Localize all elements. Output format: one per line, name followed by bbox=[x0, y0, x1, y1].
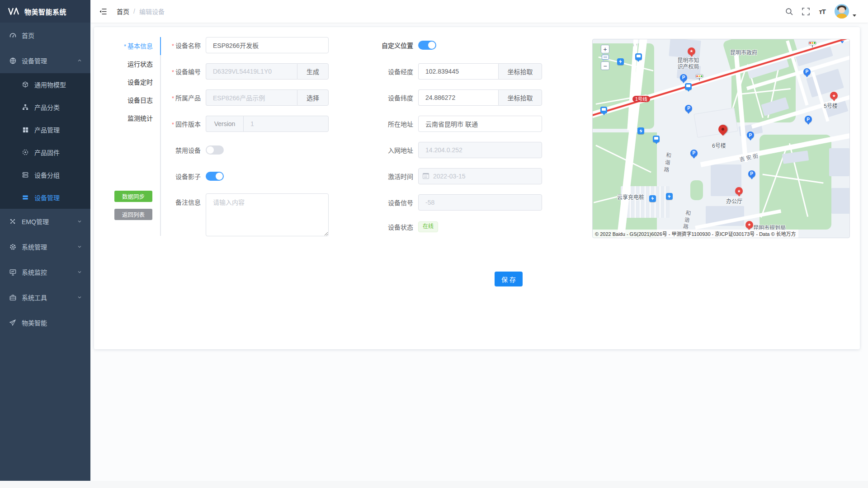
fullscreen-icon[interactable] bbox=[802, 8, 810, 15]
sidebar-item-device-group[interactable]: 设备分组 bbox=[0, 164, 90, 186]
chevron-down-icon bbox=[77, 219, 82, 224]
avatar-face bbox=[839, 7, 845, 13]
field-signal: 设备信号 bbox=[307, 194, 542, 211]
sidebar-item-system-tools[interactable]: 系统工具 bbox=[0, 285, 90, 310]
field-label: 入网地址 bbox=[307, 145, 418, 155]
breadcrumb-current: 编辑设备 bbox=[139, 7, 165, 16]
map-copyright: © 2022 Baidu - GS(2021)6026号 - 甲测资字11009… bbox=[593, 230, 798, 238]
sidebar-item-system-monitor[interactable]: 系统监控 bbox=[0, 259, 90, 285]
sidebar-item-label: 设备分组 bbox=[34, 170, 60, 179]
zoom-in-button[interactable]: + bbox=[601, 45, 609, 53]
field-address: 所在地址 bbox=[307, 116, 542, 132]
address-input[interactable] bbox=[418, 116, 542, 132]
avatar[interactable] bbox=[835, 4, 849, 19]
field-label: 设备纬度 bbox=[307, 93, 418, 102]
sidebar-item-label: 产品管理 bbox=[34, 125, 60, 134]
baidu-map[interactable]: 1号线 ↓ ↑ P P bbox=[592, 39, 850, 238]
parking-icon: P bbox=[680, 74, 687, 81]
field-product: *所属产品 选择 bbox=[94, 89, 329, 106]
field-custom-location: 自定义位置 bbox=[307, 37, 436, 53]
bus-stop-icon bbox=[685, 83, 692, 90]
sidebar-item-device-mgmt-sub[interactable]: 设备管理 bbox=[0, 186, 90, 209]
sidebar-item-thing-model[interactable]: 通用物模型 bbox=[0, 73, 90, 96]
field-ip: 入网地址 bbox=[307, 142, 542, 158]
field-label: 设备经度 bbox=[307, 67, 418, 76]
required-mark: * bbox=[172, 95, 174, 102]
save-button[interactable]: 保 存 bbox=[495, 272, 523, 286]
field-remark: 备注信息 bbox=[94, 193, 329, 236]
globe-icon bbox=[9, 57, 16, 64]
field-disable-device: 禁用设备 bbox=[94, 142, 224, 158]
page-background: *基本信息 运行状态 设备定时 设备日志 监测统计 数据同步 返回列表 *设备名… bbox=[90, 23, 868, 481]
sidebar-item-home[interactable]: 首页 bbox=[0, 23, 90, 48]
device-shadow-toggle[interactable] bbox=[206, 172, 224, 181]
sidebar-item-label: 设备管理 bbox=[22, 56, 47, 65]
field-label: 自定义位置 bbox=[307, 41, 418, 50]
sidebar-fold-icon[interactable] bbox=[99, 8, 107, 15]
server-stack-icon bbox=[22, 171, 29, 178]
horizontal-scrollbar[interactable] bbox=[0, 481, 868, 488]
sidebar-item-device-mgmt[interactable]: 设备管理 bbox=[0, 48, 90, 73]
field-label: 设备名称 bbox=[175, 42, 201, 49]
sidebar-item-product-mgmt[interactable]: 产品管理 bbox=[0, 118, 90, 141]
charging-station-icon bbox=[666, 193, 673, 200]
toolbox-icon bbox=[9, 294, 16, 301]
font-size-icon[interactable]: тT bbox=[819, 8, 826, 15]
zoom-slider-handle[interactable] bbox=[602, 55, 609, 60]
search-icon[interactable] bbox=[785, 8, 793, 15]
map-label-b6: 6号楼 bbox=[712, 141, 726, 149]
sidebar-item-label: 首页 bbox=[22, 31, 34, 40]
zoom-out-button[interactable]: − bbox=[601, 61, 609, 70]
sidebar-item-wumei-smart[interactable]: 物美智能 bbox=[0, 310, 90, 335]
logo-icon bbox=[8, 8, 20, 15]
calendar-icon bbox=[423, 173, 429, 179]
field-label: 备注信息 bbox=[94, 193, 206, 206]
field-label: 设备编号 bbox=[175, 68, 201, 75]
sidebar-item-system-mgmt[interactable]: 系统管理 bbox=[0, 234, 90, 259]
custom-location-toggle[interactable] bbox=[418, 41, 436, 50]
breadcrumb: 首页 / 编辑设备 bbox=[117, 7, 165, 16]
breadcrumb-home[interactable]: 首页 bbox=[117, 7, 129, 16]
product-input bbox=[206, 89, 297, 106]
field-label: 激活时间 bbox=[307, 172, 418, 181]
user-menu-caret-icon[interactable] bbox=[853, 14, 856, 17]
traffic-light-icon bbox=[808, 41, 816, 45]
map-park bbox=[690, 180, 703, 200]
sidebar-submenu-device: 通用物模型 产品分类 产品管理 产品固件 bbox=[0, 73, 90, 209]
topbar: 首页 / 编辑设备 тT bbox=[90, 0, 868, 23]
map-building bbox=[831, 188, 850, 214]
bus-stop-icon bbox=[653, 136, 660, 142]
map-caret-icon bbox=[840, 41, 844, 43]
sidebar-item-product-firmware[interactable]: 产品固件 bbox=[0, 141, 90, 164]
required-mark: * bbox=[172, 69, 174, 75]
disable-device-toggle[interactable] bbox=[206, 145, 224, 155]
pick-longitude-button[interactable]: 坐标拾取 bbox=[498, 63, 542, 80]
field-label: 固件版本 bbox=[175, 121, 201, 128]
sidebar-item-label: 系统工具 bbox=[22, 293, 47, 302]
target-icon bbox=[22, 149, 29, 156]
charging-station-icon bbox=[649, 195, 656, 202]
longitude-input[interactable] bbox=[418, 63, 498, 80]
poi-star-icon: ★ bbox=[688, 47, 695, 55]
latitude-input[interactable] bbox=[418, 89, 498, 106]
map-label-b5: 5号楼 bbox=[824, 102, 838, 109]
ip-input bbox=[418, 142, 542, 158]
pick-latitude-button[interactable]: 坐标拾取 bbox=[498, 89, 542, 106]
avatar-shirt bbox=[837, 14, 847, 19]
map-building bbox=[669, 39, 701, 58]
sidebar-item-label: 物美智能 bbox=[22, 318, 47, 327]
sidebar-item-emq[interactable]: EMQ管理 bbox=[0, 209, 90, 234]
field-label: 设备影子 bbox=[94, 172, 206, 181]
field-label: 设备信号 bbox=[307, 198, 418, 207]
sidebar: 物美智能系统 首页 设备管理 通用物模型 bbox=[0, 0, 90, 481]
field-firmware: *固件版本 Version bbox=[94, 116, 329, 132]
parking-icon: P bbox=[805, 116, 812, 123]
app-logo[interactable]: 物美智能系统 bbox=[0, 0, 90, 23]
parking-icon: P bbox=[747, 131, 754, 139]
cube-icon bbox=[22, 81, 29, 88]
activation-time-input bbox=[418, 168, 542, 184]
chevron-down-icon bbox=[77, 295, 82, 300]
map-building bbox=[829, 148, 849, 176]
app-title: 物美智能系统 bbox=[24, 7, 66, 16]
sidebar-item-product-category[interactable]: 产品分类 bbox=[0, 96, 90, 118]
